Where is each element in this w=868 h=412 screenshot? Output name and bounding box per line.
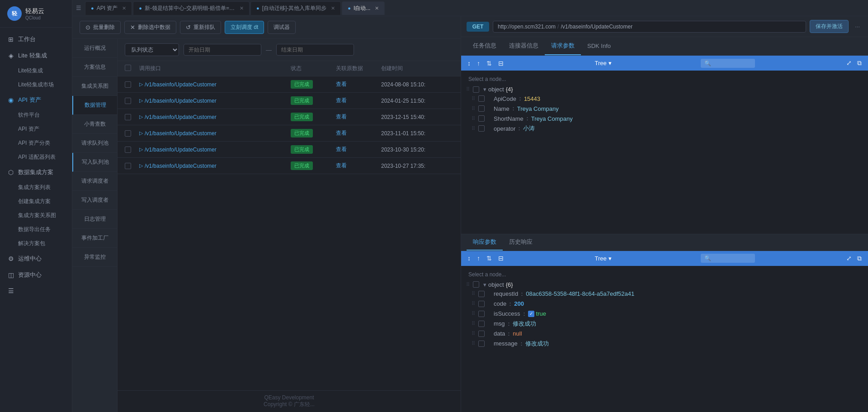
- row-checkbox-0[interactable]: [125, 81, 131, 88]
- sidebar-item-create-integration[interactable]: 创建集成方案: [14, 194, 72, 208]
- row-checkbox-3[interactable]: [125, 130, 131, 137]
- sidebar-log-mgmt[interactable]: 日志管理: [72, 210, 117, 229]
- row-interface-link[interactable]: /v1/baseinfo/UpdateCustomer: [145, 81, 217, 88]
- sidebar-item-api-class[interactable]: API 资产分类: [14, 136, 72, 150]
- resp-drag-6[interactable]: ⠿: [470, 341, 476, 346]
- resp-drag-5[interactable]: ⠿: [470, 331, 476, 336]
- row-related-link[interactable]: 查看: [336, 146, 347, 153]
- tree-filter-icon[interactable]: ⊟: [496, 59, 505, 68]
- queue-status-select[interactable]: 队列状态: [125, 43, 179, 56]
- row-related-link[interactable]: 查看: [336, 97, 347, 104]
- tab-integration[interactable]: ● 新-领是结算中心-交易明细-赔偿单=>U8-出库单_手工处理 ✕: [133, 1, 250, 15]
- schedule-button[interactable]: 立刻调度 dt: [225, 21, 264, 34]
- drag-handle-2[interactable]: ⠿: [470, 106, 476, 112]
- tree-expand-icon[interactable]: ⤢: [844, 58, 854, 68]
- resp-expand-icon[interactable]: ⤢: [844, 254, 854, 263]
- sidebar-item-api-sub[interactable]: API 资产: [14, 122, 72, 136]
- resp-node6-checkbox[interactable]: [478, 341, 485, 347]
- request-tree-dropdown[interactable]: ▾: [609, 60, 612, 66]
- row-interface-link[interactable]: /v1/baseinfo/UpdateCustomer: [145, 147, 217, 153]
- tab-auto[interactable]: ● [自动迁移]-其他入库单同步 ✕: [250, 1, 341, 15]
- resp-root-checkbox[interactable]: [473, 281, 479, 288]
- sidebar-item-data-integration[interactable]: ⬡ 数据集成方案: [0, 164, 72, 180]
- tab-close-integration[interactable]: ✕: [240, 5, 244, 11]
- drag-handle-root[interactable]: ⠿: [465, 86, 471, 92]
- sidebar-item-workbench[interactable]: ⊞ 工作台: [0, 31, 72, 47]
- end-date-input[interactable]: [276, 44, 354, 56]
- tree-copy-icon[interactable]: ⧉: [855, 58, 863, 68]
- tab-connector-info[interactable]: 连接器信息: [503, 37, 545, 55]
- row-checkbox-4[interactable]: [125, 147, 131, 153]
- row-interface-link[interactable]: /v1/baseinfo/UpdateCustomer: [145, 163, 217, 169]
- resp-filter-icon[interactable]: ⊟: [496, 254, 505, 263]
- response-tab-params[interactable]: 响应参数: [467, 234, 503, 251]
- root-toggle[interactable]: ▾: [481, 86, 488, 93]
- is-success-checkbox[interactable]: ✓: [528, 311, 534, 317]
- response-tree-dropdown[interactable]: ▾: [609, 255, 612, 262]
- tab-active[interactable]: ● I自动... ✕: [342, 1, 385, 15]
- batch-delete-button[interactable]: ⊙ 批量删除: [80, 21, 121, 34]
- resp-root-toggle[interactable]: ▾: [481, 281, 488, 288]
- row-interface-link[interactable]: /v1/baseinfo/UpdateCustomer: [145, 98, 217, 104]
- row-related-link[interactable]: 查看: [336, 81, 347, 88]
- tab-api-assets[interactable]: ● API 资产 ✕: [85, 1, 132, 15]
- row-interface-link[interactable]: /v1/baseinfo/UpdateCustomer: [145, 114, 217, 120]
- sidebar-item-integration-list[interactable]: 集成方案列表: [14, 180, 72, 194]
- resp-expand-all-icon[interactable]: ↕: [466, 254, 472, 263]
- resp-drag-1[interactable]: ⠿: [470, 291, 476, 297]
- save-activate-button[interactable]: 保存并激活: [810, 20, 849, 33]
- sidebar-write-scheduler[interactable]: 写入调度者: [72, 191, 117, 210]
- sidebar-item-api-assets[interactable]: ◉ API 资产: [0, 92, 72, 108]
- sidebar-integration-map[interactable]: 集成关系图: [72, 77, 117, 96]
- sidebar-item-lite-sub2[interactable]: Lite轻集成市场: [14, 78, 72, 92]
- resp-node2-checkbox[interactable]: [478, 301, 485, 307]
- debug-button[interactable]: 调试器: [268, 21, 296, 34]
- tree-expand-all-icon[interactable]: ↕: [466, 59, 472, 68]
- node3-checkbox[interactable]: [478, 115, 485, 122]
- row-checkbox-2[interactable]: [125, 114, 131, 120]
- resp-drag-root[interactable]: ⠿: [465, 282, 471, 288]
- start-date-input[interactable]: [184, 44, 261, 56]
- sidebar-solution-info[interactable]: 方案信息: [72, 58, 117, 77]
- node1-checkbox[interactable]: [478, 95, 485, 102]
- tab-task-info[interactable]: 任务信息: [467, 37, 503, 55]
- tab-close-active[interactable]: ✕: [375, 5, 379, 11]
- sidebar-request-queue[interactable]: 请求队列池: [72, 134, 117, 153]
- tree-collapse-icon[interactable]: ↑: [475, 59, 482, 68]
- node2-checkbox[interactable]: [478, 105, 485, 112]
- sidebar-item-solution-package[interactable]: 解决方案包: [14, 237, 72, 251]
- sidebar-write-queue[interactable]: 写入队列池: [72, 153, 117, 172]
- more-options-button[interactable]: ···: [852, 21, 863, 32]
- resp-node1-checkbox[interactable]: [478, 291, 485, 297]
- row-checkbox-5[interactable]: [125, 163, 131, 169]
- resp-sort-icon[interactable]: ⇅: [485, 254, 494, 263]
- resp-drag-4[interactable]: ⠿: [470, 321, 476, 327]
- tab-request-params[interactable]: 请求参数: [545, 37, 581, 55]
- resp-copy-icon[interactable]: ⧉: [855, 254, 863, 263]
- tab-close-api[interactable]: ✕: [122, 5, 126, 11]
- node4-checkbox[interactable]: [478, 125, 485, 132]
- resp-node4-checkbox[interactable]: [478, 321, 485, 327]
- menu-expand-icon[interactable]: ☰: [76, 5, 81, 11]
- resp-collapse-icon[interactable]: ↑: [475, 254, 482, 263]
- resp-drag-3[interactable]: ⠿: [470, 311, 476, 317]
- sidebar-data-mgmt[interactable]: 数据管理: [72, 96, 117, 115]
- root-checkbox[interactable]: [473, 86, 479, 93]
- sidebar-item-integration-diagram[interactable]: 集成方案关系图: [14, 208, 72, 223]
- drag-handle-1[interactable]: ⠿: [470, 96, 476, 102]
- sidebar-item-resources[interactable]: ◫ 资源中心: [0, 267, 72, 283]
- sidebar-event-factory[interactable]: 事件加工厂: [72, 229, 117, 248]
- sidebar-item-data-export[interactable]: 数据导出任务: [14, 223, 72, 237]
- drag-handle-3[interactable]: ⠿: [470, 116, 476, 122]
- sidebar-item-lite-sub1[interactable]: Lite轻集成: [14, 64, 72, 78]
- row-related-link[interactable]: 查看: [336, 129, 347, 137]
- requeue-button[interactable]: ↺ 重新排队: [180, 21, 221, 34]
- response-tree-search[interactable]: [701, 254, 755, 263]
- response-tab-history[interactable]: 历史响应: [503, 234, 539, 251]
- sidebar-item-software[interactable]: 软件平台: [14, 108, 72, 122]
- row-checkbox-1[interactable]: [125, 98, 131, 104]
- resp-node3-checkbox[interactable]: [478, 311, 485, 317]
- resp-node5-checkbox[interactable]: [478, 331, 485, 337]
- row-related-link[interactable]: 查看: [336, 113, 347, 121]
- delete-selected-button[interactable]: ✕ 删除选中数据: [124, 21, 176, 34]
